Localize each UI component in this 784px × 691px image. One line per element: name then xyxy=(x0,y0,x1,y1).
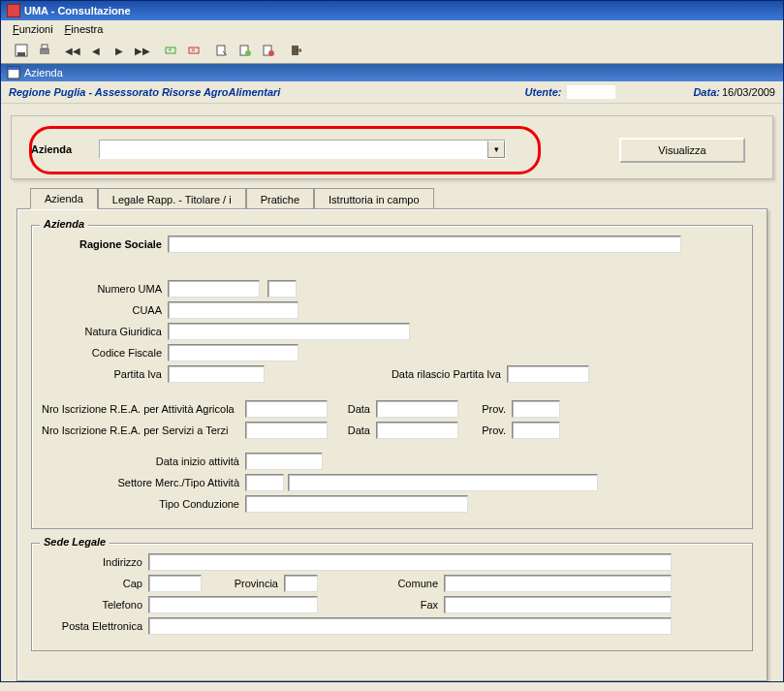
field-provincia[interactable] xyxy=(284,575,318,592)
lbl-codice-fiscale: Codice Fiscale xyxy=(42,347,168,359)
lbl-cap: Cap xyxy=(42,578,148,589)
lbl-nro-rea-agri: Nro Iscrizione R.E.A. per Attività Agric… xyxy=(42,403,245,415)
lbl-numero-uma: Numero UMA xyxy=(42,283,168,295)
field-nro-rea-agri[interactable] xyxy=(245,400,328,418)
tab-pratiche[interactable]: Pratiche xyxy=(246,188,314,209)
lbl-nro-rea-terzi: Nro Iscrizione R.E.A. per Servizi a Terz… xyxy=(42,424,245,436)
azienda-dropdown-button[interactable]: ▾ xyxy=(487,141,505,158)
field-indirizzo[interactable] xyxy=(148,553,672,571)
tool-print-icon[interactable] xyxy=(34,41,55,60)
header-strip: Regione Puglia - Assessorato Risorse Agr… xyxy=(1,81,783,104)
search-area: Azienda ▾ Visualizza xyxy=(11,115,773,179)
lbl-data-rilascio-piva: Data rilascio Partita Iva xyxy=(265,368,507,380)
tab-istruttoria[interactable]: Istruttoria in campo xyxy=(314,188,434,209)
group-azienda: Azienda Ragione Sociale Numero UMA CUAA xyxy=(31,225,753,529)
field-natura-giuridica[interactable] xyxy=(168,323,410,340)
menubar: Funzioni Finestra xyxy=(1,20,783,38)
lbl-data-inizio: Data inizio attività xyxy=(42,455,245,467)
tab-azienda[interactable]: Azienda xyxy=(30,188,98,209)
svg-rect-2 xyxy=(40,48,49,54)
field-numero-uma-a[interactable] xyxy=(168,280,260,298)
content-area: Azienda ▾ Visualizza Azienda Legale Rapp… xyxy=(1,104,783,681)
titlebar: UMA - Consultazione xyxy=(1,1,783,20)
lbl-settore: Settore Merc./Tipo Attività xyxy=(42,477,245,488)
field-rea-agri-data[interactable] xyxy=(376,400,458,418)
toolbar: ◀◀ ◀ ▶ ▶▶ + × xyxy=(1,38,783,64)
field-cap[interactable] xyxy=(148,575,202,592)
data-label: Data: xyxy=(693,86,720,98)
field-nro-rea-terzi[interactable] xyxy=(245,422,328,439)
field-partita-iva[interactable] xyxy=(168,365,265,383)
tool-query-icon[interactable] xyxy=(211,41,233,60)
tabs: Azienda Legale Rapp. - Titolare / i Prat… xyxy=(11,187,773,208)
azienda-combo[interactable]: ▾ xyxy=(99,140,506,159)
window-title: UMA - Consultazione xyxy=(24,5,131,16)
svg-text:+: + xyxy=(168,46,172,54)
lbl-indirizzo: Indirizzo xyxy=(42,556,148,568)
visualizza-button[interactable]: Visualizza xyxy=(619,138,745,163)
svg-rect-1 xyxy=(17,52,25,56)
svg-text:×: × xyxy=(191,46,196,54)
field-settore-b[interactable] xyxy=(288,474,598,491)
svg-rect-3 xyxy=(42,45,47,48)
tab-legale[interactable]: Legale Rapp. - Titolare / i xyxy=(98,188,246,209)
app-icon xyxy=(7,4,20,17)
lbl-tipo-cond: Tipo Conduzione xyxy=(42,498,245,510)
sub-window-icon xyxy=(7,66,20,79)
svg-point-12 xyxy=(268,50,274,56)
tool-first-icon[interactable]: ◀◀ xyxy=(62,41,83,60)
field-tipo-cond[interactable] xyxy=(245,495,468,513)
lbl-natura-giuridica: Natura Giuridica xyxy=(42,326,168,337)
tool-cancel-icon[interactable] xyxy=(258,41,279,60)
menu-finestra[interactable]: Finestra xyxy=(65,23,104,35)
group-azienda-title: Azienda xyxy=(40,218,88,230)
tool-exit-icon[interactable] xyxy=(286,41,307,60)
field-telefono[interactable] xyxy=(148,596,318,613)
field-rea-agri-prov[interactable] xyxy=(512,400,560,418)
field-cuaa[interactable] xyxy=(168,301,298,319)
lbl-rea-terzi-prov: Prov. xyxy=(458,424,512,436)
menu-funzioni[interactable]: Funzioni xyxy=(13,23,53,35)
lbl-telefono: Telefono xyxy=(42,599,148,611)
field-email[interactable] xyxy=(148,617,672,635)
tool-prev-icon[interactable]: ◀ xyxy=(85,41,107,60)
lbl-rea-agri-data: Data xyxy=(328,403,376,415)
svg-rect-8 xyxy=(217,46,225,55)
field-ragione-sociale[interactable] xyxy=(168,236,681,253)
group-sede-legale: Sede Legale Indirizzo Cap Provincia Comu… xyxy=(31,543,753,651)
tool-save-icon[interactable] xyxy=(11,41,32,60)
utente-label: Utente: xyxy=(525,86,562,98)
sub-window: Azienda Regione Puglia - Assessorato Ris… xyxy=(1,64,783,681)
lbl-cuaa: CUAA xyxy=(42,304,168,316)
tool-delete-icon[interactable]: × xyxy=(183,41,204,60)
tool-execute-icon[interactable] xyxy=(235,41,256,60)
search-label: Azienda xyxy=(31,143,99,155)
azienda-input[interactable] xyxy=(100,141,487,158)
field-data-inizio[interactable] xyxy=(245,453,323,470)
field-codice-fiscale[interactable] xyxy=(168,344,298,361)
group-sede-title: Sede Legale xyxy=(40,536,110,548)
svg-rect-15 xyxy=(8,67,19,70)
main-window: UMA - Consultazione Funzioni Finestra ◀◀… xyxy=(0,0,784,682)
field-settore-a[interactable] xyxy=(245,474,284,491)
tool-next-icon[interactable]: ▶ xyxy=(109,41,130,60)
field-comune[interactable] xyxy=(444,575,672,592)
field-data-rilascio-piva[interactable] xyxy=(507,365,589,383)
field-fax[interactable] xyxy=(444,596,672,613)
field-rea-terzi-data[interactable] xyxy=(376,422,458,439)
lbl-partita-iva: Partita Iva xyxy=(42,368,168,380)
sub-titlebar: Azienda xyxy=(1,64,783,81)
data-value: 16/03/2009 xyxy=(722,86,775,98)
field-rea-terzi-prov[interactable] xyxy=(512,422,560,439)
sub-window-title: Azienda xyxy=(24,67,63,79)
tool-insert-icon[interactable]: + xyxy=(160,41,181,60)
svg-point-10 xyxy=(245,50,251,56)
lbl-provincia: Provincia xyxy=(202,578,284,589)
lbl-rea-agri-prov: Prov. xyxy=(458,403,512,415)
dropdown-arrow-icon: ▾ xyxy=(494,144,499,154)
lbl-rea-terzi-data: Data xyxy=(328,424,376,436)
lbl-email: Posta Elettronica xyxy=(42,620,148,632)
lbl-comune: Comune xyxy=(318,578,444,589)
tool-last-icon[interactable]: ▶▶ xyxy=(132,41,153,60)
field-numero-uma-b[interactable] xyxy=(267,280,297,298)
